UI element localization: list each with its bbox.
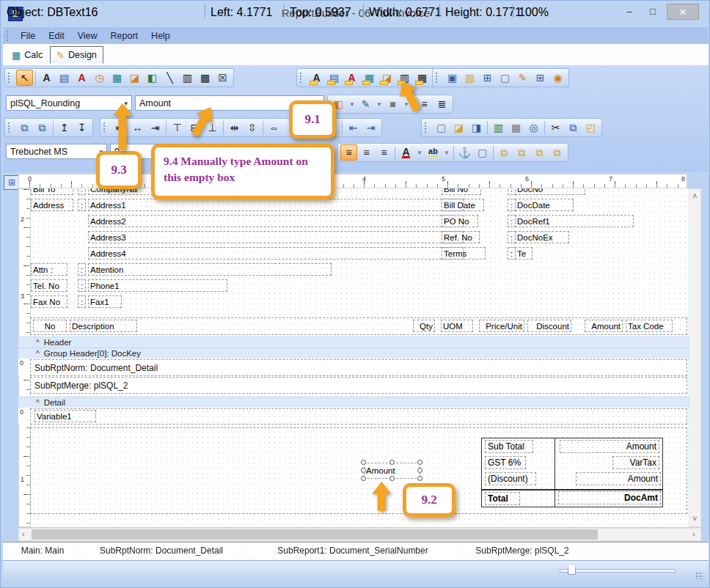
scroll-left-icon[interactable]: ‹ (22, 530, 25, 538)
shape-tool-button[interactable]: ◧ (144, 70, 161, 86)
report-field[interactable]: Address (31, 199, 73, 211)
line-tool-button[interactable]: ╲ (161, 70, 178, 86)
report-field[interactable]: Address4 (88, 247, 464, 260)
selection-handle[interactable] (389, 476, 395, 481)
print-button[interactable]: ▦ (508, 120, 524, 136)
tab-calc[interactable]: ▦ Calc (6, 46, 48, 64)
resize-grip-icon[interactable] (695, 572, 703, 579)
image-tool-button[interactable]: ◪ (126, 70, 143, 86)
report-field[interactable]: Address2 (88, 215, 464, 227)
selection-handle[interactable] (361, 476, 366, 481)
vertical-scrollbar[interactable]: ˄ ˅ (689, 188, 701, 527)
detail-band[interactable] (30, 408, 687, 425)
selection-handle[interactable] (361, 468, 366, 473)
checkbox-tool-button[interactable]: ☒ (214, 70, 231, 86)
report-field[interactable]: Bill No (442, 188, 481, 195)
report-field[interactable]: : (78, 279, 86, 292)
report-field[interactable]: DocDate (515, 199, 574, 211)
dbrichtext-tool-button[interactable]: A (343, 70, 360, 86)
report-field[interactable]: Attn : (31, 263, 67, 276)
zoom-slider[interactable] (560, 569, 676, 573)
layer-backward-button[interactable]: ⧉ (549, 144, 566, 161)
summary-label[interactable]: Sub Total (485, 440, 533, 453)
shade-button[interactable]: ■ (384, 96, 401, 112)
report-field[interactable]: : (78, 295, 86, 308)
memo-tool-button[interactable]: ▤ (56, 70, 73, 86)
column-header[interactable]: No (33, 320, 67, 332)
selection-handle[interactable] (389, 460, 395, 465)
menu-view[interactable]: View (71, 29, 104, 43)
nudge-down-button[interactable]: ↧ (73, 120, 90, 136)
dbbarcode2d-tool-button[interactable]: ▩ (414, 70, 431, 86)
layer-forward-button[interactable]: ⧉ (531, 144, 548, 161)
selection-handle[interactable] (417, 468, 422, 473)
report-field[interactable]: Fax No (31, 295, 67, 308)
maximize-button[interactable]: □ (642, 4, 664, 18)
report-field[interactable]: : (78, 263, 86, 276)
selection-handle[interactable] (361, 460, 366, 465)
collapse-caret-icon[interactable]: ^ (36, 339, 40, 347)
font-color-dropdown[interactable]: ▾ (415, 144, 424, 161)
tab-design[interactable]: ✎ Design (50, 46, 103, 64)
summary-value[interactable]: Amount (576, 472, 661, 485)
scroll-down-icon[interactable]: ˅ (692, 515, 697, 523)
line-color-dropdown[interactable]: ▾ (375, 96, 384, 112)
variable-tool-button[interactable]: ▦ (109, 70, 125, 86)
barcode-tool-button[interactable]: ▥ (179, 70, 196, 86)
report-field[interactable]: DocNoEx (515, 231, 569, 243)
report-field[interactable]: Ref. No (442, 231, 480, 243)
summary-label[interactable]: (Discount) (485, 472, 536, 485)
text-align-center-button[interactable]: ≡ (358, 144, 375, 161)
subreport-band-norm[interactable]: SubRptNorm: Document_Detail (30, 359, 687, 376)
report-field[interactable]: DocRef1 (515, 215, 634, 227)
band-title-group-header[interactable]: ^ Group Header[0]: DocKey (18, 348, 689, 359)
report-field[interactable]: DocNo (515, 188, 585, 195)
layer-bring-front-button[interactable]: ⧉ (496, 144, 513, 161)
subreport-band-merge[interactable]: SubRptMerge: plSQL_2 (30, 377, 687, 394)
report-field[interactable]: Terms (442, 247, 486, 260)
column-header[interactable]: Qty (413, 320, 435, 332)
dbtext-tool-button[interactable]: A (308, 70, 325, 86)
open-button[interactable]: ◪ (450, 120, 467, 136)
doc-tab-subreport1[interactable]: SubReport1: Document_SerialNumber (244, 543, 461, 558)
print-preview-button[interactable]: ◎ (525, 120, 542, 136)
menu-edit[interactable]: Edit (42, 29, 71, 43)
report-field[interactable]: Fax1 (88, 295, 122, 308)
selection-handle[interactable] (417, 476, 422, 481)
menu-report[interactable]: Report (104, 29, 145, 43)
line-color-button[interactable]: ✎ (357, 96, 374, 112)
paintbox-tool-button[interactable]: ✎ (514, 70, 531, 86)
report-field[interactable]: Variable1 (34, 410, 96, 422)
doc-tab-subrptmerge[interactable]: SubRptMerge: plSQL_2 (462, 543, 582, 558)
highlight-color-button[interactable]: ab (425, 144, 442, 161)
dbcalc-tool-button[interactable]: ▦ (361, 70, 378, 86)
align-right-button[interactable]: ⇥ (147, 120, 164, 136)
pagestyle-tool-button[interactable]: ▢ (497, 70, 513, 86)
summary-label[interactable]: GST 6% (485, 456, 526, 469)
doc-tab-subrptnorm[interactable]: SubRptNorm: Document_Detail (79, 543, 244, 558)
align-top-button[interactable]: ⊤ (169, 120, 186, 136)
column-header[interactable]: Discount (527, 320, 571, 332)
band-title-detail[interactable]: ^ Detail (18, 397, 689, 408)
report-field[interactable]: Attention (88, 263, 332, 276)
highlight-color-dropdown[interactable]: ▾ (442, 144, 451, 161)
summary-value[interactable]: VarTax (612, 456, 659, 469)
paste-button[interactable]: ◰ (582, 120, 599, 136)
bring-to-front-button[interactable]: ⧉ (16, 120, 33, 136)
text-align-right-button[interactable]: ≡ (376, 144, 392, 161)
summary-value[interactable]: Amount (560, 440, 659, 453)
label-tool-button[interactable]: A (38, 70, 55, 86)
total-value[interactable]: DocAmt (558, 491, 661, 504)
new-button[interactable]: ▢ (433, 120, 450, 136)
space-horizontal-button[interactable]: ⇹ (226, 120, 243, 136)
total-label[interactable]: Total (485, 492, 520, 505)
collapse-caret-icon[interactable]: ^ (36, 350, 40, 358)
report-field[interactable]: Tel. No (31, 279, 67, 292)
report-field[interactable]: PO No (442, 215, 478, 227)
menu-help[interactable]: Help (144, 29, 177, 43)
minimize-button[interactable]: – (618, 4, 640, 18)
column-header[interactable]: Amount (585, 320, 623, 332)
dbmemo-tool-button[interactable]: ▤ (326, 70, 343, 86)
report-field[interactable]: Te (515, 247, 532, 260)
grow-left-button[interactable]: ⇤ (345, 120, 362, 136)
